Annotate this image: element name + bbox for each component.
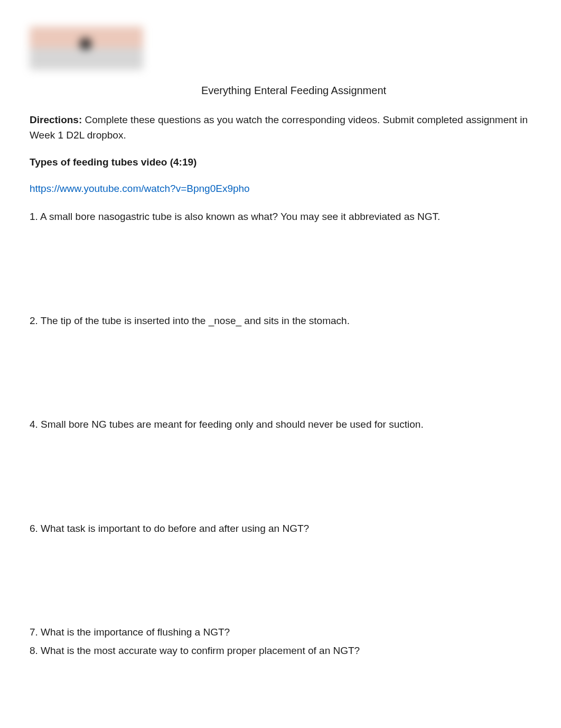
logo-dot — [80, 38, 91, 50]
logo-image — [30, 26, 143, 70]
question-1: 1. A small bore nasogastric tube is also… — [30, 209, 531, 225]
directions-label: Directions: — [30, 114, 82, 125]
question-6: 6. What task is important to do before a… — [30, 521, 531, 537]
question-2: 2. The tip of the tube is inserted into … — [30, 314, 531, 329]
document-title: Everything Enteral Feeding Assignment — [30, 85, 531, 97]
section-heading: Types of feeding tubes video (4:19) — [30, 156, 531, 168]
directions-paragraph: Directions: Complete these questions as … — [30, 113, 531, 143]
question-4: 4. Small bore NG tubes are meant for fee… — [30, 417, 531, 432]
video-link[interactable]: https://www.youtube.com/watch?v=Bpng0Ex9… — [30, 183, 531, 195]
document-page: Everything Enteral Feeding Assignment Di… — [0, 0, 561, 728]
question-8: 8. What is the most accurate way to conf… — [30, 643, 531, 659]
directions-text: Complete these questions as you watch th… — [30, 114, 528, 141]
question-7: 7. What is the importance of flushing a … — [30, 625, 531, 640]
